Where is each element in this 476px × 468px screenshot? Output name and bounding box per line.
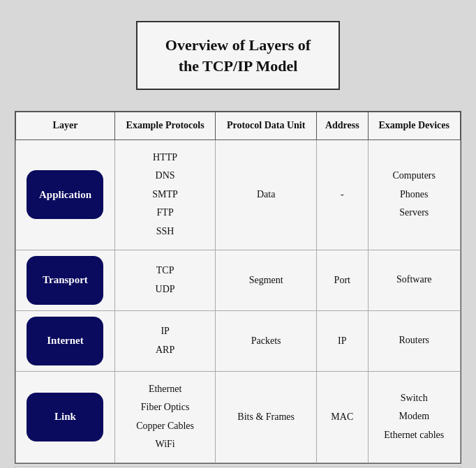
layer-badge: Application: [27, 170, 103, 219]
address-cell: MAC: [317, 371, 369, 462]
header-protocols: Example Protocols: [114, 112, 215, 139]
devices-cell: Software: [368, 250, 460, 310]
pdu-cell: Bits & Frames: [216, 371, 317, 462]
header-pdu: Protocol Data Unit: [216, 112, 317, 139]
layer-cell: Internet: [16, 310, 115, 371]
layer-badge: Transport: [27, 256, 103, 305]
address-cell: Port: [317, 250, 369, 310]
protocols-cell: EthernetFiber OpticsCopper CablesWiFi: [114, 371, 215, 462]
pdu-cell: Data: [216, 139, 317, 250]
layer-cell: Transport: [16, 250, 115, 310]
table-row: TransportTCPUDPSegmentPortSoftware: [16, 250, 461, 310]
layer-badge: Link: [27, 393, 103, 441]
header-address: Address: [317, 112, 369, 139]
layer-cell: Application: [16, 139, 115, 250]
protocols-cell: TCPUDP: [114, 250, 215, 310]
page-title: Overview of Layers of the TCP/IP Model: [165, 35, 311, 76]
header-devices: Example Devices: [368, 112, 460, 139]
layers-table: Layer Example Protocols Protocol Data Un…: [15, 112, 461, 463]
address-cell: IP: [317, 310, 369, 371]
protocols-cell: IPARP: [114, 310, 215, 371]
devices-cell: Routers: [368, 310, 460, 371]
layer-badge: Internet: [27, 317, 103, 365]
pdu-cell: Segment: [216, 250, 317, 310]
devices-cell: ComputersPhonesServers: [368, 139, 460, 250]
title-box: Overview of Layers of the TCP/IP Model: [136, 21, 340, 90]
pdu-cell: Packets: [216, 310, 317, 371]
header-layer: Layer: [16, 112, 115, 139]
table-row: LinkEthernetFiber OpticsCopper CablesWiF…: [16, 371, 461, 462]
protocols-cell: HTTPDNSSMTPFTPSSH: [114, 139, 215, 250]
address-cell: -: [317, 139, 369, 250]
layer-cell: Link: [16, 371, 115, 462]
table-row: InternetIPARPPacketsIPRouters: [16, 310, 461, 371]
devices-cell: SwitchModemEthernet cables: [368, 371, 460, 462]
table-wrapper: Layer Example Protocols Protocol Data Un…: [15, 111, 461, 464]
table-row: ApplicationHTTPDNSSMTPFTPSSHData-Compute…: [16, 139, 461, 250]
